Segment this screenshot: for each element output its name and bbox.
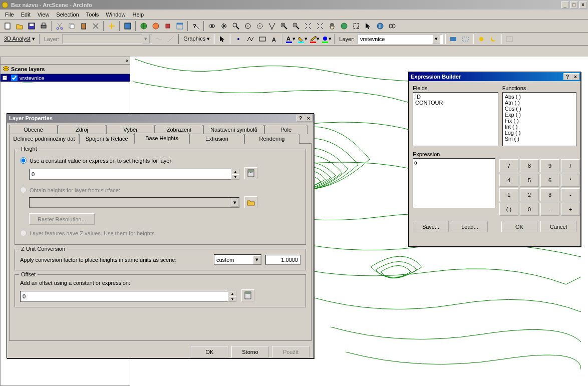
zoom-in-out-icon[interactable]	[230, 21, 241, 32]
text-tool-icon[interactable]: A	[269, 34, 280, 45]
pointer-icon[interactable]	[363, 21, 374, 32]
maximize-button[interactable]: □	[570, 2, 578, 9]
ok-button[interactable]: OK	[191, 346, 228, 357]
keypad-6[interactable]: 6	[540, 174, 559, 187]
menu-view[interactable]: View	[35, 11, 53, 19]
menu-selection[interactable]: Selection	[53, 11, 82, 19]
editor-icon1[interactable]	[448, 34, 459, 45]
contour-icon[interactable]	[153, 34, 164, 45]
tab-symbology[interactable]: Nastavení symbolů	[203, 125, 264, 134]
save-icon[interactable]	[26, 21, 37, 32]
function-item[interactable]: Abs ( )	[504, 94, 575, 100]
expression-textarea[interactable]: 0	[413, 158, 495, 208]
tab-joins[interactable]: Spojení & Relace	[79, 134, 134, 144]
fly-icon[interactable]	[150, 21, 161, 32]
open-icon[interactable]	[14, 21, 25, 32]
menu-file[interactable]: File	[2, 11, 17, 19]
menu-help[interactable]: Help	[129, 11, 147, 19]
menu-tools[interactable]: Tools	[83, 11, 102, 19]
load-button[interactable]: Load...	[452, 221, 488, 232]
function-item[interactable]: Fix ( )	[504, 118, 575, 124]
navigate-icon[interactable]	[138, 21, 149, 32]
arrow-tool-icon[interactable]	[217, 34, 228, 45]
keypad-2[interactable]: 2	[520, 188, 539, 201]
sun-icon[interactable]	[476, 34, 487, 45]
tab-baseheights[interactable]: Base Heights	[134, 133, 189, 144]
fields-list[interactable]: ID CONTOUR	[413, 92, 498, 146]
window-icon[interactable]	[174, 21, 185, 32]
globe-icon[interactable]	[339, 21, 350, 32]
tab-general[interactable]: Obecné	[9, 125, 58, 134]
polygon-tool-icon[interactable]	[257, 34, 268, 45]
keypad-8[interactable]: 8	[520, 159, 539, 172]
find-icon[interactable]	[387, 21, 398, 32]
keypad-7[interactable]: 7	[499, 159, 518, 172]
field-of-view-icon[interactable]	[266, 21, 277, 32]
zoom-out-icon[interactable]	[290, 21, 302, 32]
line-color-icon[interactable]: ▾	[309, 34, 320, 45]
delete-icon[interactable]	[90, 21, 101, 32]
field-item[interactable]: ID	[414, 94, 497, 100]
spin-down-icon[interactable]: ▼	[231, 174, 239, 180]
zoom-in-icon[interactable]	[278, 21, 289, 32]
tab-fields[interactable]: Pole	[264, 125, 308, 134]
expression-builder-button[interactable]	[244, 167, 257, 179]
analyst-dropdown[interactable]: 3D Analyst ▾	[2, 36, 37, 42]
font-color-icon[interactable]: A▾	[285, 34, 296, 45]
offset-value-field[interactable]	[20, 291, 228, 302]
print-icon[interactable]	[38, 21, 49, 32]
field-item[interactable]: CONTOUR	[414, 100, 497, 106]
save-button[interactable]: Save...	[413, 221, 449, 232]
keypad-parens[interactable]: ( )	[499, 203, 518, 216]
spin-up-icon[interactable]: ▲	[231, 169, 239, 174]
collapse-icon[interactable]: −	[3, 76, 7, 80]
spin-up-icon[interactable]: ▲	[228, 291, 236, 296]
function-item[interactable]: Int ( )	[504, 124, 575, 130]
new-icon[interactable]	[2, 21, 13, 32]
cut-icon[interactable]	[54, 21, 65, 32]
line-tool-icon[interactable]	[245, 34, 256, 45]
minimize-button[interactable]: _	[561, 2, 569, 9]
function-item[interactable]: Sin ( )	[504, 136, 575, 142]
keypad-5[interactable]: 5	[520, 174, 539, 187]
keypad-1[interactable]: 1	[499, 188, 518, 201]
scene-props-icon[interactable]	[122, 21, 133, 32]
zconv-factor-input[interactable]	[265, 255, 301, 265]
point-tool-icon[interactable]	[233, 34, 244, 45]
function-item[interactable]: Exp ( )	[504, 112, 575, 118]
keypad-minus[interactable]: -	[561, 188, 580, 201]
keypad-9[interactable]: 9	[540, 159, 559, 172]
offset-expression-button[interactable]	[241, 289, 254, 301]
fill-color-icon[interactable]: ▾	[297, 34, 308, 45]
ok-button[interactable]: OK	[501, 221, 537, 232]
layer-visibility-checkbox[interactable]	[11, 75, 18, 81]
moon-icon[interactable]	[488, 34, 499, 45]
constant-value-field[interactable]	[29, 169, 231, 180]
full-extent-icon[interactable]	[315, 21, 326, 32]
graphics-dropdown[interactable]: Graphics ▾	[181, 36, 212, 42]
functions-list[interactable]: Abs ( ) Atn ( ) Cos ( ) Exp ( ) Fix ( ) …	[502, 92, 576, 146]
zconv-mode-dropdown[interactable]: custom▾	[214, 254, 261, 265]
help-pointer-icon[interactable]: ?	[190, 21, 201, 32]
layer-dropdown-1[interactable]: ▾	[62, 34, 152, 44]
slope-icon[interactable]	[165, 34, 176, 45]
identify-icon[interactable]: i	[375, 21, 386, 32]
help-button[interactable]: ?	[563, 73, 571, 80]
keypad-multiply[interactable]: *	[561, 174, 580, 187]
keypad-4[interactable]: 4	[499, 174, 518, 187]
radio-constant-row[interactable]: Use a constant value or expression to se…	[20, 157, 301, 164]
marker-color-icon[interactable]: ▾	[321, 34, 332, 45]
pan-nav-icon[interactable]	[218, 21, 229, 32]
observer-icon[interactable]	[254, 21, 265, 32]
select-icon[interactable]	[351, 21, 362, 32]
close-button[interactable]: ×	[579, 2, 587, 9]
keypad-dot[interactable]: .	[540, 203, 559, 216]
pan-icon[interactable]	[327, 21, 338, 32]
constant-value-input[interactable]: ▲▼	[29, 169, 239, 180]
layer-dropdown-2[interactable]: vrstevnice▾	[358, 34, 443, 44]
paste-icon[interactable]	[78, 21, 89, 32]
toc-close-button[interactable]: ×	[126, 58, 129, 64]
tab-definition[interactable]: Definice podminožiny dat	[9, 134, 79, 144]
close-button[interactable]: ×	[571, 73, 579, 80]
close-button[interactable]: ×	[305, 115, 313, 122]
